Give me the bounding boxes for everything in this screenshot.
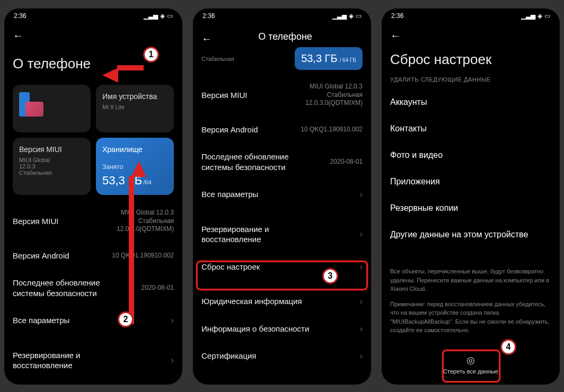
reset-note-2: Примечание: перед восстановлением данных… — [382, 297, 560, 338]
storage-total: /64 — [143, 179, 151, 185]
device-name-value: MI 8 Lite — [102, 104, 168, 110]
step-badge-2: 2 — [118, 311, 134, 327]
status-icons: ▁▃▅ ◈ ▭ — [144, 12, 173, 20]
item-miui-version[interactable]: Версия MIUI MIUI Global 12.0.3 Стабильна… — [13, 200, 174, 242]
miui-logo-icon — [19, 92, 43, 117]
wifi-icon: ◈ — [160, 12, 165, 20]
step-badge-3: 3 — [322, 268, 338, 284]
phone-screen-2: 2:36 ▁▃▅ ◈ ▭ ← О телефоне Стабильная 53,… — [193, 8, 371, 385]
device-name-card[interactable]: Имя устройства MI 8 Lite — [96, 85, 174, 132]
status-bar: 2:36 ▁▃▅ ◈ ▭ — [193, 8, 371, 23]
item-android-version[interactable]: Версия Android 10 QKQ1.190910.002 — [13, 242, 174, 270]
phone-screen-1: 2:36 ▁▃▅ ◈ ▭ ← О телефоне Имя устройства… — [4, 8, 182, 385]
item-all-specs[interactable]: Все параметры › — [201, 181, 363, 208]
signal-icon: ▁▃▅ — [521, 12, 535, 20]
highlight-box-reset — [196, 261, 368, 290]
battery-icon: ▭ — [544, 12, 550, 20]
item-android-version[interactable]: Версия Android 10 QKQ1.190910.002 — [201, 116, 363, 144]
wifi-icon: ◈ — [537, 12, 542, 20]
wifi-icon: ◈ — [349, 12, 354, 20]
back-button[interactable]: ← — [193, 26, 221, 47]
miui-logo-card[interactable] — [13, 85, 91, 132]
device-name-label: Имя устройства — [102, 92, 168, 101]
phone-screen-3: 2:36 ▁▃▅ ◈ ▭ ← Сброс настроек УДАЛИТЬ СЛ… — [382, 8, 560, 385]
reset-note-1: Все объекты, перечисленные выше, будут б… — [382, 264, 560, 297]
item-security-patch[interactable]: Последнее обновление системы безопасност… — [201, 143, 363, 181]
chevron-right-icon: › — [360, 351, 363, 361]
reset-item-apps: Приложения — [382, 168, 560, 195]
stable-hint: Стабильная — [201, 56, 234, 62]
miui-version-line3: Стабильная — [19, 170, 84, 176]
signal-icon: ▁▃▅ — [332, 12, 347, 20]
chevron-right-icon: › — [360, 190, 363, 199]
battery-icon: ▭ — [167, 12, 173, 20]
chevron-right-icon: › — [360, 229, 363, 239]
status-icons: ▁▃▅ ◈ ▭ — [521, 12, 550, 20]
chevron-right-icon: › — [171, 316, 174, 325]
status-icons: ▁▃▅ ◈ ▭ — [332, 12, 362, 20]
storage-total: / 64 ГБ — [340, 57, 356, 63]
chevron-right-icon: › — [171, 355, 174, 365]
miui-version-line2: 12.0.3 — [19, 163, 84, 170]
miui-version-title: Версия MIUI — [19, 145, 84, 154]
storage-label: Хранилище — [102, 145, 168, 154]
chevron-right-icon: › — [360, 297, 363, 306]
step-badge-4: 4 — [500, 339, 516, 355]
step-badge-1: 1 — [143, 47, 159, 63]
arrow-annotation-1 — [102, 68, 118, 83]
item-backup-restore[interactable]: Резервирование и восстановление › — [201, 216, 363, 253]
miui-version-card[interactable]: Версия MIUI MIUI Global 12.0.3 Стабильна… — [13, 138, 91, 195]
page-title: Сброс настроек — [382, 44, 560, 72]
storage-pill[interactable]: 53,3 ГБ / 64 ГБ — [295, 47, 363, 70]
back-button[interactable]: ← — [4, 23, 32, 44]
miui-version-line1: MIUI Global — [19, 157, 84, 163]
battery-icon: ▭ — [356, 12, 362, 20]
page-title: О телефоне — [221, 31, 371, 42]
status-bar: 2:36 ▁▃▅ ◈ ▭ — [382, 8, 560, 23]
clock: 2:36 — [202, 12, 215, 20]
item-backup-restore[interactable]: Резервирование и восстановление › — [13, 342, 174, 379]
reset-item-contacts: Контакты — [382, 115, 560, 142]
signal-icon: ▁▃▅ — [144, 12, 158, 20]
back-button[interactable]: ← — [382, 23, 409, 44]
item-certification[interactable]: Сертификация › — [201, 342, 363, 370]
clock: 2:36 — [391, 12, 403, 20]
item-all-specs[interactable]: Все параметры › — [13, 307, 174, 334]
storage-value: 53,3 ГБ — [301, 52, 337, 65]
highlight-box-erase — [442, 350, 500, 382]
arrow-annotation-2 — [131, 161, 146, 177]
status-bar: 2:36 ▁▃▅ ◈ ▭ — [4, 8, 182, 23]
clock: 2:36 — [14, 12, 26, 20]
reset-item-accounts: Аккаунты — [382, 89, 560, 115]
item-legal-info[interactable]: Юридическая информация › — [201, 288, 363, 315]
reset-item-other: Другие данные на этом устройстве — [382, 221, 560, 248]
reset-item-media: Фото и видео — [382, 142, 560, 168]
chevron-right-icon: › — [360, 324, 363, 334]
item-safety-info[interactable]: Информация о безопасности › — [201, 315, 363, 343]
section-subtitle: УДАЛИТЬ СЛЕДУЮЩИЕ ДАННЫЕ — [382, 72, 560, 89]
reset-item-backups: Резервные копии — [382, 195, 560, 221]
item-security-patch[interactable]: Последнее обновление системы безопасност… — [13, 269, 174, 307]
item-miui-version[interactable]: Версия MIUI MIUI Global 12.0.3 Стабильна… — [201, 74, 363, 116]
